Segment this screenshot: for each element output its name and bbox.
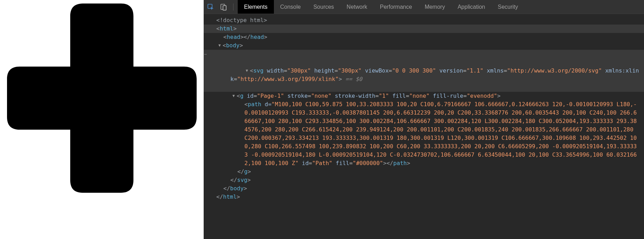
tab-memory[interactable]: Memory (418, 0, 451, 14)
tab-elements[interactable]: Elements (238, 0, 274, 14)
toolbar-divider (233, 4, 234, 11)
tab-performance[interactable]: Performance (374, 0, 419, 14)
plus-icon (7, 4, 197, 193)
tab-console[interactable]: Console (274, 0, 307, 14)
devtools-toolbar: Elements Console Sources Network Perform… (204, 0, 644, 14)
tab-application[interactable]: Application (451, 0, 491, 14)
dom-path[interactable]: <path d="M100,100 C100,59.875 100,33.208… (204, 100, 644, 168)
dom-html-close[interactable]: </html> (204, 193, 644, 201)
dom-body-open[interactable]: ▼<body> (204, 41, 644, 50)
dom-html-open[interactable]: <html> (204, 25, 644, 33)
tab-sources[interactable]: Sources (307, 0, 340, 14)
devtools-tabs: Elements Console Sources Network Perform… (238, 0, 524, 14)
dom-doctype[interactable]: <!doctype html> (204, 16, 644, 25)
rendered-page-pane (0, 0, 204, 239)
dom-svg-close[interactable]: </svg> (204, 176, 644, 184)
dom-body-close[interactable]: </body> (204, 184, 644, 193)
device-toolbar-icon[interactable] (219, 3, 228, 11)
svg-rect-2 (223, 6, 226, 10)
tab-network[interactable]: Network (340, 0, 374, 14)
gutter-ellipsis-icon[interactable]: ⋯ (204, 51, 209, 57)
dom-g-close[interactable]: </g> (204, 168, 644, 176)
dom-head[interactable]: <head></head> (204, 33, 644, 41)
elements-tree[interactable]: <!doctype html> <html> <head></head> ▼<b… (204, 14, 644, 239)
devtools-panel: Elements Console Sources Network Perform… (204, 0, 644, 239)
dom-svg-open[interactable]: ⋯ ▼<svg width="300px" height="300px" vie… (204, 50, 644, 92)
dom-g-open[interactable]: ▼<g id="Page-1" stroke="none" stroke-wid… (204, 92, 644, 100)
tab-security[interactable]: Security (491, 0, 524, 14)
inspect-element-icon[interactable] (206, 3, 215, 11)
